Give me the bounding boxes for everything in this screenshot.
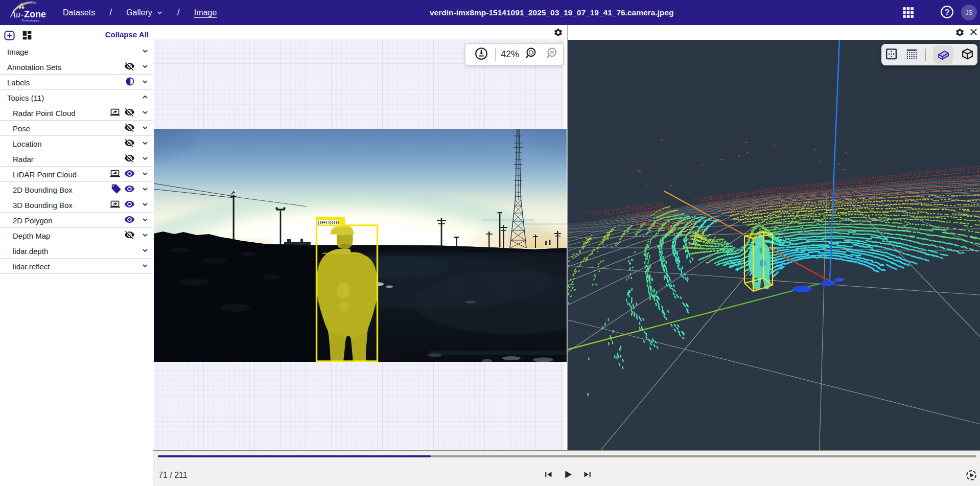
svg-text:?: ? — [945, 8, 950, 17]
svg-text:Au-: Au- — [10, 9, 24, 19]
svg-text:Technologies: Technologies — [21, 18, 39, 22]
svg-text:Zone: Zone — [24, 9, 46, 19]
svg-text:person: person — [317, 218, 340, 226]
